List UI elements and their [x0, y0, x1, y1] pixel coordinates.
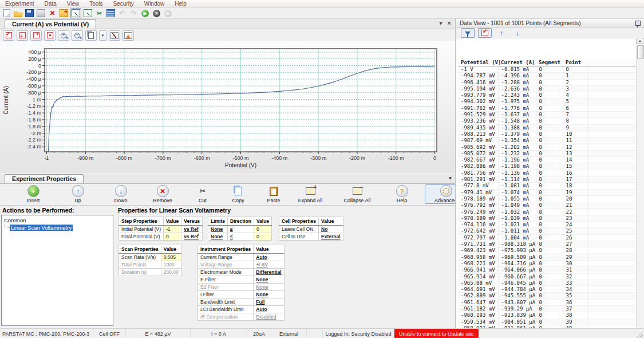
table-row[interactable]: -991.529 mV-1.637 mA07: [458, 112, 637, 118]
column-header-current-a[interactable]: Current (A): [498, 58, 536, 66]
limits-cell[interactable]: None: [208, 233, 228, 241]
table-row[interactable]: -994.302 mV-1.975 mA05: [458, 99, 637, 105]
chart-tab-dropdown-icon[interactable]: ▾: [440, 20, 442, 27]
menu-window[interactable]: Window: [139, 0, 170, 7]
cell-properties-cell[interactable]: External: [319, 233, 343, 241]
scrollbar-thumb[interactable]: [637, 45, 644, 59]
table-row[interactable]: -974.116 mV-1.021 mA024: [458, 222, 637, 228]
up-button[interactable]: ↑Up: [57, 185, 98, 203]
chart-tab-close-icon[interactable]: ✕: [447, 20, 452, 27]
table-row[interactable]: -965.914 mV-960.667 µA032: [458, 273, 637, 280]
instrument-properties-cell[interactable]: None: [254, 284, 284, 291]
table-row[interactable]: -968.221 mV-964.716 µA030: [458, 260, 637, 266]
filter-points-button[interactable]: [461, 28, 475, 38]
table-row[interactable]: -985.072 mV-1.232 mA013: [458, 150, 637, 156]
zoom-in-button[interactable]: +: [58, 30, 69, 41]
menu-experiment[interactable]: Experiment: [0, 0, 39, 7]
copy-graph-button[interactable]: [85, 30, 97, 41]
table-row[interactable]: -985.692 mV-1.202 mA012: [458, 144, 637, 150]
instrument-properties-cell[interactable]: None: [254, 276, 284, 284]
column-header-segment[interactable]: Segment: [536, 58, 563, 66]
instrument-properties-cell[interactable]: Auto: [254, 254, 284, 261]
table-row[interactable]: -1 V-6.815 mA00: [458, 66, 637, 73]
remove-button[interactable]: ✕Remove: [142, 185, 183, 203]
menu-data[interactable]: Data: [39, 0, 62, 7]
peak-analysis-button[interactable]: [123, 30, 134, 41]
zoom-out-button[interactable]: −: [72, 30, 83, 41]
print-button[interactable]: [36, 9, 46, 18]
delete-button[interactable]: ✕: [48, 9, 57, 18]
column-header[interactable]: [588, 58, 637, 66]
paste-button[interactable]: Paste: [253, 185, 294, 203]
table-row[interactable]: -958.021 mV-921.861 µA040: [458, 325, 637, 328]
table-row[interactable]: -993.779 mV-2.243 mA04: [458, 92, 637, 99]
run-experiment-button[interactable]: ▶: [140, 9, 150, 18]
table-row[interactable]: -972.797 mV-1.004 mA026: [458, 234, 637, 241]
table-row[interactable]: -961.647 mV-943.807 µA036: [458, 299, 637, 305]
instrument-properties-cell[interactable]: Auto: [254, 306, 284, 313]
limits-cell[interactable]: ≤: [228, 226, 254, 233]
down-button[interactable]: ↓Down: [100, 185, 141, 203]
autoscale-x-button[interactable]: [30, 30, 42, 41]
help-button[interactable]: ?Help: [381, 185, 422, 203]
instrument-properties-cell[interactable]: Full: [254, 298, 284, 306]
step-properties-cell[interactable]: vs Ref: [181, 233, 203, 241]
table-row[interactable]: -966.941 mV-964.066 µA031: [458, 267, 637, 273]
overlay-graph-button[interactable]: [83, 9, 93, 18]
table-row[interactable]: -962.889 mV-945.555 µA035: [458, 293, 637, 299]
table-row[interactable]: -976.249 mV-1.032 mA022: [458, 209, 637, 215]
scan-properties-cell[interactable]: 0.005: [161, 254, 181, 261]
instrument-properties-cell[interactable]: None: [254, 291, 284, 298]
table-row[interactable]: -961.182 mV-939.29 µA037: [458, 305, 637, 312]
table-row[interactable]: -993.236 mV-1.548 mA08: [458, 118, 637, 124]
limits-cell[interactable]: ≤: [228, 233, 254, 241]
menu-help[interactable]: Help: [169, 0, 192, 7]
menu-view[interactable]: View: [62, 0, 85, 7]
select-columns-button[interactable]: [478, 28, 492, 38]
table-row[interactable]: -996.416 mV-3.288 mA02: [458, 79, 637, 85]
pin-icon[interactable]: [635, 21, 641, 26]
table-row[interactable]: -972.642 mV-1.011 mA025: [458, 228, 637, 234]
table-row[interactable]: -968.958 mV-969.509 µA029: [458, 254, 637, 260]
graph-properties-button[interactable]: [3, 30, 14, 41]
table-row[interactable]: -991.762 mV-1.776 mA06: [458, 105, 637, 111]
export-data-button[interactable]: [59, 9, 69, 18]
table-row[interactable]: -959.534 mV-904.051 µA039: [458, 319, 637, 325]
instrument-properties-cell[interactable]: Differential: [254, 269, 284, 276]
tree-node-common[interactable]: Common: [4, 217, 113, 223]
autoscale-axes-button[interactable]: [17, 30, 28, 41]
tab-experiment-properties[interactable]: Experiment Properties: [5, 174, 84, 183]
menu-security[interactable]: Security: [108, 0, 139, 7]
edit-graph-button[interactable]: ✂: [94, 9, 104, 18]
instrument-properties-cell[interactable]: Disabled: [254, 313, 284, 321]
column-header-point[interactable]: Point: [563, 58, 588, 66]
limits-cell[interactable]: None: [208, 226, 228, 233]
table-row[interactable]: -964.091 mV-944.784 µA034: [458, 286, 637, 293]
line-fit-button[interactable]: [109, 30, 120, 41]
tree-node-linear-scan-voltammetry[interactable]: Linear Scan Voltammetry: [10, 225, 113, 231]
step-properties-cell[interactable]: -1: [163, 226, 181, 233]
autoscale-y-button[interactable]: [44, 30, 56, 41]
resize-grip[interactable]: [636, 331, 643, 338]
table-row[interactable]: -981.756 mV-1.136 mA016: [458, 170, 637, 176]
table-row[interactable]: -971.731 mV-988.318 µA027: [458, 241, 637, 247]
table-row[interactable]: -977.8 mV-1.081 mA018: [458, 183, 637, 189]
copy-options-dropdown[interactable]: ▾: [99, 30, 106, 41]
table-row[interactable]: -989.435 mV-1.388 mA09: [458, 124, 637, 131]
limits-cell[interactable]: 0: [254, 226, 271, 233]
insert-button[interactable]: +Insert: [13, 185, 54, 203]
collapse-all-button[interactable]: Collapse All: [337, 185, 378, 203]
table-row[interactable]: -978.189 mV-1.055 mA020: [458, 195, 637, 202]
data-view-scrollbar[interactable]: ▲: [636, 38, 643, 327]
table-row[interactable]: -987.69 mV-1.354 mA011: [458, 137, 637, 144]
expand-all-button[interactable]: Expand All: [290, 185, 331, 203]
table-row[interactable]: -982.086 mV-1.198 mA015: [458, 163, 637, 170]
table-row[interactable]: -965.08 mV-946.045 µA033: [458, 280, 637, 286]
column-header-potential-v[interactable]: Potential (V): [458, 58, 498, 66]
scroll-up-icon[interactable]: ▲: [637, 38, 643, 44]
scroll-to-bottom-button[interactable]: ↓: [511, 29, 524, 37]
table-row[interactable]: -969.423 mV-975.993 µA028: [458, 247, 637, 254]
table-row[interactable]: -988.213 mV-1.379 mA010: [458, 131, 637, 137]
table-row[interactable]: -995.194 mV-2.636 mA03: [458, 85, 637, 92]
menu-tools[interactable]: Tools: [84, 0, 108, 7]
